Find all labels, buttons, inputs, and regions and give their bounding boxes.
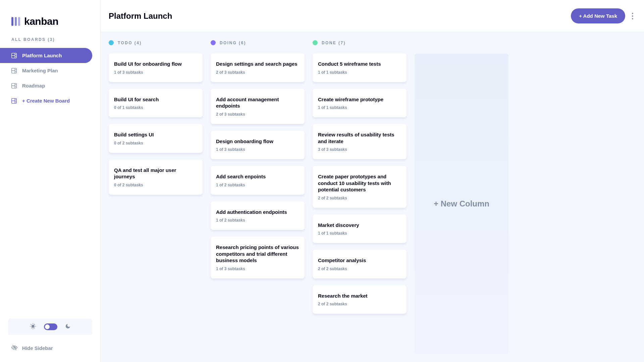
card-title: Build settings UI [114,131,197,138]
board-icon [11,83,17,88]
task-card[interactable]: Create paper prototypes and conduct 10 u… [313,166,407,208]
card-subtask-count: 0 of 2 subtasks [114,141,197,145]
task-card[interactable]: Conduct 5 wireframe tests1 of 1 subtasks [313,53,407,82]
card-title: Design settings and search pages [216,61,299,67]
task-card[interactable]: Competitor analysis2 of 2 subtasks [313,250,407,279]
card-title: Research pricing points of various compe… [216,244,299,264]
card-title: Create paper prototypes and conduct 10 u… [318,173,401,193]
add-task-button[interactable]: + Add New Task [571,8,625,23]
card-title: Research the market [318,293,401,299]
task-card[interactable]: Research pricing points of various compe… [211,237,305,279]
sidebar-item-marketing-plan[interactable]: Marketing Plan [0,63,92,78]
board-area: TODO (4)Build UI for onboarding flow1 of… [101,32,644,362]
task-card[interactable]: Create wireframe prototype1 of 1 subtask… [313,89,407,118]
card-list: Conduct 5 wireframe tests1 of 1 subtasks… [313,53,407,314]
card-subtask-count: 1 of 3 subtasks [216,147,299,152]
task-card[interactable]: Design onboarding flow1 of 3 subtasks [211,131,305,160]
sidebar-item-roadmap[interactable]: Roadmap [0,78,92,93]
board-column: DONE (7)Conduct 5 wireframe tests1 of 1 … [313,40,407,314]
theme-toggle [8,319,92,335]
card-title: Competitor analysis [318,257,401,264]
create-new-board[interactable]: + Create New Board [0,93,92,108]
board-icon [11,68,17,73]
main-area: Platform Launch + Add New Task TODO (4)B… [101,0,644,362]
card-subtask-count: 0 of 1 subtasks [114,105,197,110]
card-subtask-count: 2 of 3 subtasks [216,112,299,117]
board-icon [11,53,17,58]
eye-slash-icon [11,345,17,351]
column-color-dot [313,40,318,45]
card-subtask-count: 1 of 2 subtasks [216,183,299,187]
column-color-dot [211,40,216,45]
theme-switch[interactable] [44,323,57,330]
task-card[interactable]: Research the market2 of 2 subtasks [313,285,407,314]
hide-sidebar-label: Hide Sidebar [22,345,53,351]
column-title: TODO (4) [118,41,142,45]
task-card[interactable]: Add authentication endpoints1 of 2 subta… [211,201,305,230]
column-title: DONE (7) [322,41,346,45]
column-header: DOING (6) [211,40,305,53]
hide-sidebar-button[interactable]: Hide Sidebar [8,340,92,351]
card-subtask-count: 1 of 1 subtasks [318,231,401,236]
board-item-label: Marketing Plan [22,68,58,73]
boards-header: ALL BOARDS (3) [0,32,100,48]
column-color-dot [109,40,114,45]
board-column: DOING (6)Design settings and search page… [211,40,305,279]
card-title: Conduct 5 wireframe tests [318,61,401,67]
card-title: Market discovery [318,222,401,229]
board-menu-button[interactable] [632,13,633,19]
logo-text: kanban [24,16,58,27]
task-card[interactable]: Build UI for search0 of 1 subtasks [109,89,203,118]
sun-icon [30,323,36,330]
task-card[interactable]: Add account management endpoints2 of 3 s… [211,89,305,124]
card-list: Design settings and search pages2 of 3 s… [211,53,305,279]
sidebar-item-platform-launch[interactable]: Platform Launch [0,48,92,63]
board-item-label: Platform Launch [22,53,62,58]
task-card[interactable]: Design settings and search pages2 of 3 s… [211,53,305,82]
card-title: Add account management endpoints [216,96,299,109]
page-title: Platform Launch [109,11,172,21]
board-icon [11,98,17,104]
card-title: Add search enpoints [216,173,299,180]
card-title: QA and test all major user journeys [114,167,197,180]
card-subtask-count: 3 of 3 subtasks [318,147,401,152]
moon-icon [65,324,70,330]
logo: kanban [0,0,100,32]
task-card[interactable]: Add search enpoints1 of 2 subtasks [211,166,305,195]
card-list: Build UI for onboarding flow1 of 3 subta… [109,53,203,195]
card-title: Review results of usability tests and it… [318,131,401,144]
board-list: Platform Launch Marketing Plan Roadmap +… [0,48,100,108]
card-subtask-count: 0 of 2 subtasks [114,183,197,187]
card-title: Build UI for search [114,96,197,103]
task-card[interactable]: Market discovery1 of 1 subtasks [313,215,407,243]
card-title: Build UI for onboarding flow [114,61,197,67]
card-subtask-count: 1 of 3 subtasks [216,266,299,271]
column-header: TODO (4) [109,40,203,53]
card-subtask-count: 1 of 3 subtasks [114,70,197,75]
card-subtask-count: 2 of 2 subtasks [318,302,401,306]
task-card[interactable]: Build settings UI0 of 2 subtasks [109,124,203,153]
new-column-button[interactable]: + New Column [415,54,508,354]
card-subtask-count: 2 of 3 subtasks [216,70,299,75]
task-card[interactable]: Review results of usability tests and it… [313,124,407,159]
card-title: Design onboarding flow [216,138,299,145]
board-item-label: Roadmap [22,83,45,88]
logo-icon [11,17,20,26]
card-title: Create wireframe prototype [318,96,401,103]
topbar: Platform Launch + Add New Task [101,0,644,32]
card-subtask-count: 1 of 1 subtasks [318,70,401,75]
sidebar: kanban ALL BOARDS (3) Platform Launch Ma… [0,0,101,362]
column-header: DONE (7) [313,40,407,53]
card-subtask-count: 1 of 1 subtasks [318,105,401,110]
board-column: TODO (4)Build UI for onboarding flow1 of… [109,40,203,195]
task-card[interactable]: QA and test all major user journeys0 of … [109,160,203,195]
card-subtask-count: 2 of 2 subtasks [318,266,401,271]
create-board-label: + Create New Board [22,98,70,104]
task-card[interactable]: Build UI for onboarding flow1 of 3 subta… [109,53,203,82]
card-subtask-count: 1 of 2 subtasks [216,218,299,223]
column-title: DOING (6) [220,41,246,45]
card-title: Add authentication endpoints [216,209,299,216]
card-subtask-count: 2 of 2 subtasks [318,196,401,200]
